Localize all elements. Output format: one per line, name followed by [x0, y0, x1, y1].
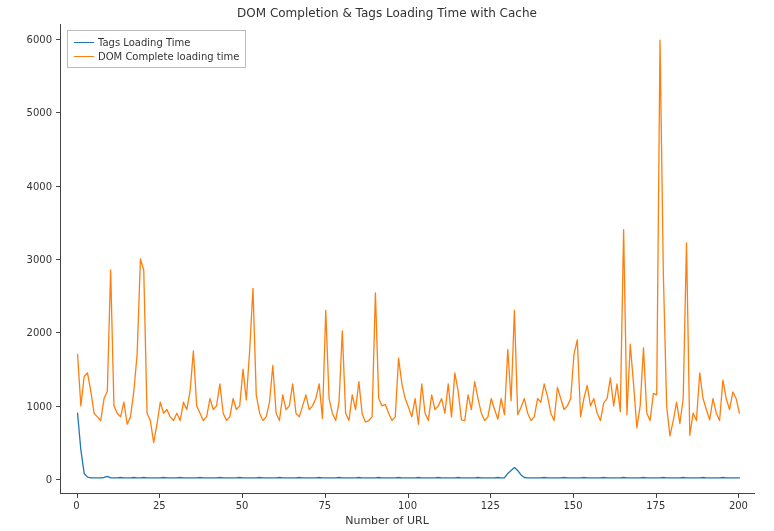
x-tick-label: 200	[729, 500, 748, 511]
x-tick-mark	[325, 494, 326, 498]
legend-box: Tags Loading Time DOM Complete loading t…	[67, 30, 246, 68]
x-tick-label: 50	[236, 500, 249, 511]
x-tick-mark	[490, 494, 491, 498]
y-tick-mark	[56, 406, 60, 407]
y-tick-label: 3000	[0, 254, 52, 265]
legend-swatch-icon	[74, 56, 94, 57]
y-tick-label: 1000	[0, 400, 52, 411]
y-tick-mark	[56, 112, 60, 113]
x-tick-mark	[159, 494, 160, 498]
y-tick-mark	[56, 186, 60, 187]
x-tick-mark	[656, 494, 657, 498]
x-tick-label: 100	[398, 500, 417, 511]
y-tick-label: 4000	[0, 180, 52, 191]
y-tick-label: 6000	[0, 33, 52, 44]
chart-title: DOM Completion & Tags Loading Time with …	[0, 6, 774, 20]
legend-label: DOM Complete loading time	[98, 51, 239, 62]
x-tick-mark	[408, 494, 409, 498]
legend-swatch-icon	[74, 42, 94, 43]
y-tick-mark	[56, 332, 60, 333]
y-tick-mark	[56, 479, 60, 480]
x-tick-label: 125	[481, 500, 500, 511]
x-tick-label: 75	[318, 500, 331, 511]
y-tick-mark	[56, 39, 60, 40]
x-tick-label: 150	[563, 500, 582, 511]
x-tick-mark	[738, 494, 739, 498]
legend-label: Tags Loading Time	[98, 37, 190, 48]
x-tick-mark	[573, 494, 574, 498]
chart-container: DOM Completion & Tags Loading Time with …	[0, 0, 774, 531]
x-tick-mark	[77, 494, 78, 498]
x-tick-label: 175	[646, 500, 665, 511]
y-tick-label: 0	[0, 474, 52, 485]
series-line	[78, 413, 740, 478]
x-tick-label: 25	[153, 500, 166, 511]
plot-area: Tags Loading Time DOM Complete loading t…	[60, 24, 755, 494]
y-tick-label: 5000	[0, 107, 52, 118]
series-line	[78, 40, 740, 442]
y-tick-label: 2000	[0, 327, 52, 338]
legend-entry: DOM Complete loading time	[74, 49, 239, 63]
x-tick-label: 0	[73, 500, 79, 511]
y-tick-mark	[56, 259, 60, 260]
legend-entry: Tags Loading Time	[74, 35, 239, 49]
x-tick-mark	[242, 494, 243, 498]
x-axis-label: Number of URL	[0, 514, 774, 527]
chart-svg	[61, 24, 756, 494]
